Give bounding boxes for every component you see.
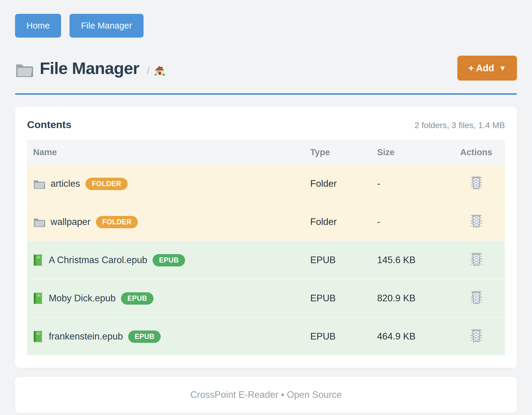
type-badge: FOLDER — [85, 178, 128, 190]
page: Home File Manager File Manager / + Add ▼… — [0, 0, 532, 413]
add-button[interactable]: + Add ▼ — [457, 56, 517, 81]
delete-button[interactable] — [471, 176, 482, 189]
table-row: wallpaper FOLDER Folder - — [27, 203, 505, 241]
folder-icon — [33, 178, 45, 189]
folder-icon — [33, 217, 45, 227]
file-name: wallpaper — [51, 217, 91, 227]
size-cell: 464.9 KB — [371, 318, 447, 355]
add-button-label: + Add — [468, 63, 494, 73]
contents-summary: 2 folders, 3 files, 1.4 MB — [415, 121, 505, 130]
name-cell: Moby Dick.epub EPUB — [27, 279, 304, 318]
size-cell: 145.6 KB — [371, 241, 447, 279]
type-badge: FOLDER — [96, 216, 138, 228]
type-badge: EPUB — [153, 254, 185, 266]
name-cell: wallpaper FOLDER — [27, 203, 304, 241]
page-header: File Manager / + Add ▼ — [15, 56, 517, 81]
type-cell: EPUB — [304, 279, 371, 318]
trash-icon — [471, 176, 482, 189]
file-table-body: articles FOLDER Folder - wallpaper FOLDE… — [27, 165, 505, 355]
file-name: A Christmas Carol.epub — [49, 255, 147, 266]
delete-button[interactable] — [471, 328, 482, 342]
file-name: articles — [51, 178, 80, 189]
actions-cell — [447, 318, 505, 355]
title-group: File Manager / — [15, 58, 165, 78]
actions-cell — [447, 165, 505, 203]
actions-cell — [447, 279, 505, 318]
trash-icon — [471, 214, 482, 228]
house-icon[interactable] — [154, 65, 165, 76]
page-title: File Manager — [40, 58, 139, 78]
column-header-actions: Actions — [447, 140, 505, 165]
caret-down-icon: ▼ — [499, 65, 506, 72]
type-cell: Folder — [304, 203, 371, 241]
green-book-icon — [33, 254, 43, 266]
breadcrumb-separator: / — [147, 65, 150, 76]
delete-button[interactable] — [471, 290, 482, 304]
trash-icon — [471, 290, 482, 304]
folder-icon — [15, 62, 33, 77]
column-header-size: Size — [371, 140, 447, 165]
delete-button[interactable] — [471, 252, 482, 266]
size-cell: 820.9 KB — [371, 279, 447, 318]
size-cell: - — [371, 165, 447, 203]
file-name: Moby Dick.epub — [49, 293, 116, 304]
type-badge: EPUB — [121, 292, 153, 305]
actions-cell — [447, 203, 505, 241]
type-cell: EPUB — [304, 241, 371, 279]
file-table-head: Name Type Size Actions — [27, 140, 505, 165]
table-row: articles FOLDER Folder - — [27, 165, 505, 203]
trash-icon — [471, 328, 482, 342]
footer-card: CrossPoint E-Reader • Open Source — [15, 377, 517, 413]
footer-text: CrossPoint E-Reader • Open Source — [21, 389, 511, 400]
table-row: Moby Dick.epub EPUB EPUB 820.9 KB — [27, 279, 505, 318]
actions-cell — [447, 241, 505, 279]
nav-home-button[interactable]: Home — [15, 14, 61, 38]
table-row: frankenstein.epub EPUB EPUB 464.9 KB — [27, 318, 505, 355]
green-book-icon — [33, 292, 43, 305]
title-divider — [15, 93, 517, 95]
trash-icon — [471, 252, 482, 266]
delete-button[interactable] — [471, 214, 482, 228]
green-book-icon — [33, 330, 43, 343]
contents-heading: Contents — [27, 119, 71, 131]
type-cell: EPUB — [304, 318, 371, 355]
name-cell: articles FOLDER — [27, 165, 304, 203]
contents-card: Contents 2 folders, 3 files, 1.4 MB Name… — [15, 107, 517, 368]
type-badge: EPUB — [128, 330, 161, 343]
file-table: Name Type Size Actions articles FOLDER F… — [27, 140, 505, 355]
size-cell: - — [371, 203, 447, 241]
name-cell: A Christmas Carol.epub EPUB — [27, 241, 304, 279]
column-header-name: Name — [27, 140, 304, 165]
contents-card-header: Contents 2 folders, 3 files, 1.4 MB — [27, 119, 505, 131]
table-row: A Christmas Carol.epub EPUB EPUB 145.6 K… — [27, 241, 505, 279]
column-header-type: Type — [304, 140, 371, 165]
top-nav: Home File Manager — [15, 14, 517, 38]
file-name: frankenstein.epub — [49, 331, 123, 342]
name-cell: frankenstein.epub EPUB — [27, 318, 304, 355]
nav-file-manager-button[interactable]: File Manager — [70, 14, 143, 38]
type-cell: Folder — [304, 165, 371, 203]
